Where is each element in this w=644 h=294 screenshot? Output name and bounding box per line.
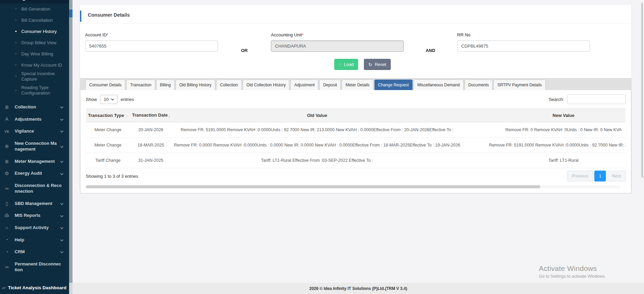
- column-header-transaction-type[interactable]: Transaction Type↑↓: [86, 109, 130, 122]
- page-vertical-scrollbar[interactable]: [641, 3, 643, 178]
- sidebar-item-label: Ticket Analysis Dashboard: [8, 285, 66, 290]
- column-header-old-value[interactable]: Old Value: [172, 109, 463, 122]
- tab-documents[interactable]: Documents: [465, 80, 493, 90]
- tab-adjustment[interactable]: Adjustment: [290, 80, 318, 90]
- sidebar-item-ticket-analysis-dashboard[interactable]: ▱ Ticket Analysis Dashboard: [0, 282, 69, 293]
- tab-bar: Consumer Details Transaction Billing Old…: [80, 78, 631, 90]
- sidebar-item-mis-reports[interactable]: ıllı MIS Reports: [0, 209, 69, 222]
- sidebar-item-disconnection-reconnection[interactable]: ∞ Disconnection & Reconnection: [0, 179, 69, 197]
- tab-deposit[interactable]: Deposit: [319, 80, 341, 90]
- cell-new-value: Remove FR: 5191.0000 Remove KVAH :0.0000…: [463, 138, 626, 153]
- sidebar-item-permanent-disconnection[interactable]: ∞ Permanent Disconnection: [0, 258, 69, 276]
- next-page-button[interactable]: Next: [607, 171, 626, 181]
- sidebar-item-bill-generation[interactable]: Bill Generation: [0, 3, 69, 15]
- table-viewport: Transaction Type↑↓ Transaction Date↓ Old…: [86, 108, 626, 168]
- chevron-down-icon: [60, 105, 64, 109]
- cell-transaction-type: Meter Change: [86, 138, 130, 153]
- list-ol-icon: ≣: [3, 104, 11, 110]
- sidebar-item-billing[interactable]: $ Billing: [0, 0, 69, 3]
- scrollbar-thumb[interactable]: [86, 185, 540, 188]
- activate-windows-watermark: Activate Windows Go to Settings to activ…: [539, 264, 606, 279]
- rr-no-input[interactable]: [457, 40, 590, 52]
- sidebar-item-day-wise-billing[interactable]: Day Wise Billing: [0, 48, 69, 59]
- headphones-icon: ∩: [3, 225, 11, 230]
- scrollbar-thumb[interactable]: [69, 0, 73, 283]
- sidebar-item-energy-audit[interactable]: ⚙ Energy Audit: [0, 167, 69, 179]
- sidebar-item-label: Bill Cancellation: [21, 18, 67, 23]
- tab-srtpv-payment-details[interactable]: SRTPV Payment Details: [494, 80, 546, 90]
- cell-transaction-date: 20-JAN-2026: [130, 122, 172, 138]
- rr-no-label: RR No: [457, 32, 590, 37]
- tab-collection[interactable]: Collection: [216, 80, 242, 90]
- tab-billing[interactable]: Billing: [156, 80, 175, 90]
- sidebar-item-know-my-account-id[interactable]: Know My Account ID: [0, 59, 69, 71]
- sidebar-item-vigilance[interactable]: vĸ Vigilance: [0, 125, 69, 137]
- tab-miscellaneous-demand[interactable]: Miscellaneous Demand: [414, 80, 464, 90]
- sidebar-scrollbar[interactable]: [69, 0, 73, 294]
- table-info-text: Showing 1 to 3 of 3 entries: [86, 174, 138, 179]
- accounting-unit-input[interactable]: [271, 40, 404, 52]
- chevron-down-icon: [60, 144, 64, 148]
- watermark-line1: Activate Windows: [539, 264, 606, 273]
- tablet-icon: ▯: [3, 201, 11, 206]
- account-id-label: Account ID*: [85, 32, 218, 37]
- sort-icon: ↑↓: [126, 114, 128, 118]
- sidebar-item-reading-type-configuration[interactable]: Reading Type Configuaration: [0, 82, 69, 99]
- spinner-icon: ◌: [339, 62, 341, 67]
- pagination: Previous 1 Next: [567, 171, 626, 181]
- entries-label: entries: [121, 97, 134, 102]
- chevron-down-icon: [60, 238, 64, 241]
- chevron-down-icon: [60, 129, 64, 133]
- tab-change-request[interactable]: Change Request: [374, 80, 413, 90]
- required-asterisk: *: [107, 32, 109, 37]
- sidebar-item-collection[interactable]: ≣ Collection: [0, 101, 69, 113]
- sidebar-item-special-incentive-capture[interactable]: Special Incentive Capture: [0, 71, 69, 82]
- and-text: AND: [404, 48, 457, 53]
- tab-consumer-details[interactable]: Consumer Details: [85, 80, 125, 90]
- tab-old-collection-history[interactable]: Old Collection History: [243, 80, 289, 90]
- change-request-table: Transaction Type↑↓ Transaction Date↓ Old…: [86, 108, 626, 168]
- refresh-icon: ↻: [368, 62, 372, 67]
- sidebar-item-sbd-management[interactable]: ▯ SBD Management: [0, 197, 69, 210]
- ticket-icon: ▱: [2, 285, 5, 290]
- sidebar-item-crm[interactable]: ◔ CRM: [0, 246, 69, 258]
- page-number-button[interactable]: 1: [594, 171, 606, 181]
- column-header-new-value[interactable]: New Value: [463, 109, 626, 122]
- search-input[interactable]: [567, 94, 626, 104]
- account-id-input[interactable]: [85, 40, 218, 52]
- sidebar-item-label: Bill Generation: [21, 6, 67, 12]
- bullet-icon: [15, 7, 17, 11]
- table-header-row: Transaction Type↑↓ Transaction Date↓ Old…: [86, 109, 626, 122]
- sidebar-item-label: Permanent Disconnection: [15, 261, 62, 273]
- chain-link-icon: ∞: [3, 186, 11, 191]
- table-row: Tariff Change 31-JAN-2025 Tariff: LT1-Ru…: [86, 153, 626, 168]
- watermark-line2: Go to Settings to activate Windows.: [539, 274, 606, 279]
- sidebar-item-support-activity[interactable]: ∩ Support Activity: [0, 222, 69, 234]
- sidebar-item-bill-cancellation[interactable]: Bill Cancellation: [0, 15, 69, 26]
- sidebar-item-consumer-history[interactable]: Consumer History: [0, 26, 69, 37]
- tab-transaction[interactable]: Transaction: [126, 80, 155, 90]
- sidebar-item-label: Energy Audit: [15, 170, 57, 176]
- tab-meter-details[interactable]: Meter Details: [342, 80, 373, 90]
- previous-page-button[interactable]: Previous: [567, 171, 593, 181]
- horizontal-scrollbar[interactable]: [86, 185, 620, 188]
- sidebar-item-adjustments[interactable]: A Adjustments: [0, 113, 69, 125]
- cell-transaction-date: 18-MAR-2025: [130, 138, 172, 153]
- sidebar-item-meter-management[interactable]: ≣ Meter Management: [0, 155, 69, 168]
- main-content: Consumer Details Account ID* OR Accounti…: [73, 0, 644, 294]
- sidebar-item-help[interactable]: ◔ Help: [0, 234, 69, 246]
- chevron-down-icon: [111, 97, 114, 100]
- column-header-transaction-date[interactable]: Transaction Date↓: [130, 109, 172, 122]
- sidebar-item-group-billed-view[interactable]: Group Billed View: [0, 37, 69, 48]
- scrollbar-thumb-highlight[interactable]: [69, 10, 73, 17]
- chevron-down-icon: [60, 172, 64, 175]
- load-button[interactable]: ◌ Load: [334, 59, 358, 70]
- tab-old-billing-history[interactable]: Old Billing History: [176, 80, 215, 90]
- page-size-select[interactable]: 10: [100, 95, 118, 104]
- consumer-details-card: Consumer Details Account ID* OR Accounti…: [80, 5, 631, 187]
- table-row: Meter Change 20-JAN-2026 Remove FR: 5191…: [86, 122, 626, 138]
- sidebar-item-new-connection-management[interactable]: ⊕ New Connection Management: [0, 137, 69, 155]
- reset-button[interactable]: ↻ Reset: [364, 59, 391, 70]
- letter-a-icon: A: [3, 116, 11, 122]
- sidebar-item-label: Group Billed View: [21, 40, 67, 46]
